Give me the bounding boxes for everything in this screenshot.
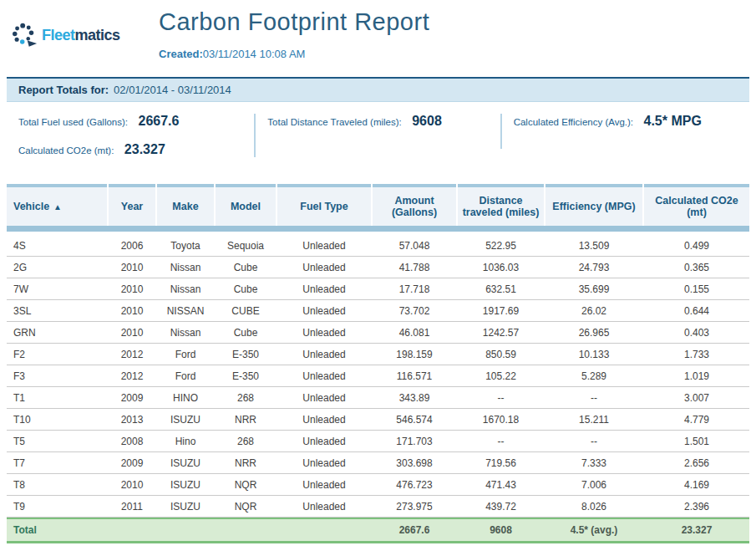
table-cell: 2010	[109, 300, 155, 321]
table-cell: 24.793	[545, 257, 642, 278]
metric-value: 2667.6	[139, 114, 180, 128]
column-header-fuel-type[interactable]: Fuel Type	[277, 184, 371, 226]
column-header-label: Efficiency (MPG)	[552, 201, 635, 212]
metric-label: Total Fuel used (Gallons):	[18, 117, 128, 127]
table-cell: T9	[7, 496, 107, 517]
column-header-model[interactable]: Model	[216, 184, 276, 226]
table-cell: CUBE	[216, 300, 276, 321]
table-total-row: Total2667.696084.5* (avg.)23.327	[7, 518, 749, 543]
table-cell: 57.048	[373, 235, 456, 256]
table-cell: 2010	[109, 257, 155, 278]
table-cell: 719.56	[458, 452, 544, 473]
table-cell: 73.702	[373, 300, 456, 321]
report-totals-label: Report Totals for:	[18, 84, 109, 96]
table-cell: 8.026	[545, 496, 642, 517]
table-cell: Unleaded	[277, 496, 371, 517]
column-header-make[interactable]: Make	[157, 184, 214, 226]
table-cell: 5.289	[545, 365, 642, 386]
column-header-efficiency-mpg[interactable]: Efficiency (MPG)	[545, 184, 642, 226]
page-header: Fleetmatics Carbon Footprint Report Crea…	[7, 0, 749, 60]
report-page: Fleetmatics Carbon Footprint Report Crea…	[0, 0, 756, 543]
table-cell: 4.779	[644, 409, 749, 430]
metric-value: 23.327	[124, 142, 165, 156]
table-cell: 2008	[109, 431, 155, 451]
metric-label: Calculated Efficiency (Avg.):	[514, 117, 633, 127]
table-cell: F3	[7, 365, 107, 386]
table-cell: 1.733	[644, 344, 749, 365]
table-row: T72009ISUZUNRRUnleaded303.698719.567.333…	[7, 452, 749, 474]
column-header-vehicle[interactable]: Vehicle▲	[7, 184, 107, 226]
totals-column-1: Total Fuel used (Gallons): 2667.6 Calcul…	[7, 114, 254, 157]
table-cell: T1	[7, 387, 107, 408]
table-cell: 26.965	[545, 322, 642, 343]
total-row-cell	[277, 519, 371, 541]
column-header-label: Vehicle	[13, 201, 49, 212]
table-cell: 273.975	[373, 496, 456, 517]
table-body: 4S2006ToyotaSequoiaUnleaded57.048522.951…	[7, 235, 749, 518]
report-date-range: 02/01/2014 - 03/11/2014	[114, 84, 231, 96]
table-cell: Unleaded	[277, 235, 371, 256]
table-cell: 10.133	[545, 344, 642, 365]
table-cell: --	[458, 387, 544, 408]
table-cell: 303.698	[373, 452, 456, 473]
table-cell: 4S	[7, 235, 107, 256]
table-cell: Hino	[157, 431, 214, 451]
logo-wordmark: Fleetmatics	[42, 27, 120, 44]
table-row: F32012FordE-350Unleaded116.571105.225.28…	[7, 365, 749, 387]
table-cell: Unleaded	[277, 257, 371, 278]
table-cell: Ford	[157, 344, 214, 365]
table-cell: Cube	[216, 257, 276, 278]
table-cell: E-350	[216, 365, 276, 386]
table-row: 7W2010NissanCubeUnleaded17.718632.5135.6…	[7, 278, 749, 300]
table-cell: 546.574	[373, 409, 456, 430]
table-cell: 471.43	[458, 474, 544, 495]
table-cell: Unleaded	[277, 300, 371, 321]
metric-value: 4.5* MPG	[644, 114, 702, 128]
table-cell: --	[545, 431, 642, 451]
table-cell: 1.019	[644, 365, 749, 386]
metric-label: Calculated CO2e (mt):	[18, 145, 114, 156]
column-header-year[interactable]: Year	[109, 184, 155, 226]
column-header-distance-traveled-miles[interactable]: Distance traveled (miles)	[458, 184, 544, 226]
table-cell: 2010	[109, 474, 155, 495]
table-cell: 41.788	[373, 257, 456, 278]
metric-calculated-co2e: Calculated CO2e (mt): 23.327	[18, 142, 254, 157]
table-cell: 46.081	[373, 322, 456, 343]
table-cell: 2009	[109, 387, 155, 408]
total-row-cell	[216, 519, 276, 541]
table-cell: Nissan	[157, 278, 214, 299]
table-cell: Toyota	[157, 235, 214, 256]
table-cell: 2006	[109, 235, 155, 256]
table-cell: 850.59	[458, 344, 544, 365]
table-cell: 3SL	[7, 300, 107, 321]
table-row: T12009HINO268Unleaded343.89----3.007	[7, 387, 749, 409]
sort-ascending-icon: ▲	[53, 202, 62, 212]
table-cell: 0.499	[644, 235, 749, 256]
table-cell: 35.699	[545, 278, 642, 299]
fleetmatics-logo: Fleetmatics	[12, 22, 159, 48]
table-cell: 26.02	[545, 300, 642, 321]
table-cell: 632.51	[458, 278, 544, 299]
table-cell: T7	[7, 452, 107, 473]
table-cell: 15.211	[545, 409, 642, 430]
table-row: F22012FordE-350Unleaded198.159850.5910.1…	[7, 344, 749, 365]
table-cell: Unleaded	[277, 387, 371, 408]
table-cell: 13.509	[545, 235, 642, 256]
report-totals-body: Total Fuel used (Gallons): 2667.6 Calcul…	[7, 102, 749, 166]
column-header-label: Make	[172, 201, 198, 212]
table-cell: ISUZU	[157, 474, 214, 495]
table-cell: GRN	[7, 322, 107, 343]
table-cell: 343.89	[373, 387, 456, 408]
table-cell: Unleaded	[277, 431, 371, 451]
table-cell: 1.501	[644, 431, 749, 451]
metric-calculated-efficiency: Calculated Efficiency (Avg.): 4.5* MPG	[514, 114, 749, 129]
total-row-cell	[109, 519, 155, 541]
total-row-cell: 23.327	[644, 519, 749, 541]
table-row: T82010ISUZUNQRUnleaded476.723471.437.006…	[7, 474, 749, 496]
table-cell: 2.396	[644, 496, 749, 517]
table-cell: Sequoia	[216, 235, 276, 256]
column-header-amount-gallons[interactable]: Amount (Gallons)	[373, 184, 456, 226]
table-cell: 1917.69	[458, 300, 544, 321]
column-header-calculated-co2e-mt[interactable]: Calculated CO2e (mt)	[644, 184, 749, 226]
total-row-cell: 2667.6	[373, 519, 456, 541]
